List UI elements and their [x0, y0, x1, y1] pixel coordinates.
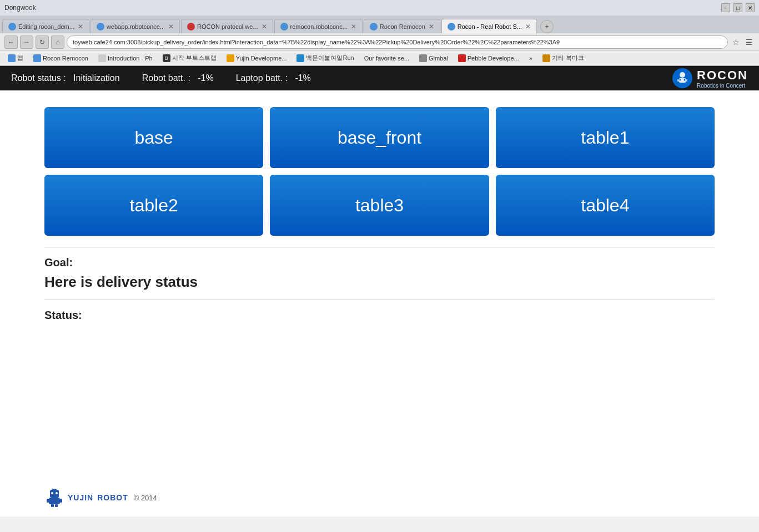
svg-rect-13 — [51, 504, 54, 507]
svg-point-2 — [680, 79, 681, 81]
location-grid: base base_front table1 table2 table3 tab… — [44, 107, 715, 236]
bookmark-favorite[interactable]: Our favorite se... — [361, 52, 413, 64]
bookmark-other[interactable]: 기타 북마크 — [539, 52, 587, 64]
laptop-batt-item: Laptop batt. : -1% — [236, 73, 311, 83]
rocon-bookmark-icon — [33, 54, 41, 62]
delivery-status-text: Here is delivery status — [44, 273, 715, 291]
bookmark-introduction[interactable]: Introduction - Ph — [95, 52, 156, 64]
yujin-logo: YUJIN ROBOT — [44, 488, 128, 508]
tab-icon — [97, 23, 104, 31]
laptop-batt-value: -1% — [295, 73, 310, 83]
bookmark-more[interactable]: » — [526, 52, 536, 64]
robot-status-item: Robot status : Initialization — [11, 73, 120, 83]
tab-icon — [187, 23, 195, 31]
tab-rocon-protocol[interactable]: ROCON protocol we... ✕ — [181, 19, 273, 33]
rocon-logo: ROCON Robotics in Concert — [672, 68, 748, 89]
yujin-bookmark-icon — [227, 54, 234, 62]
location-button-base[interactable]: base — [44, 107, 263, 168]
username-label: Dongwook — [4, 4, 36, 12]
status-label: Status: — [44, 309, 715, 322]
tab-icon — [448, 23, 455, 31]
new-tab-button[interactable]: + — [540, 20, 554, 33]
robot-status-bar: Robot status : Initialization Robot batt… — [0, 66, 759, 90]
svg-rect-10 — [49, 498, 60, 504]
gimbal-bookmark-icon — [419, 54, 427, 62]
robot-batt-item: Robot batt. : -1% — [142, 73, 214, 83]
nav-bar: ← → ↻ ⌂ ☆ ☰ — [0, 33, 759, 51]
tab-close-icon[interactable]: ✕ — [78, 23, 83, 31]
title-bar: Dongwook − □ ✕ — [0, 0, 759, 16]
pebble-bookmark-icon — [458, 54, 466, 62]
bookmark-bootstrap[interactable]: B 시작·부트스트랩 — [159, 52, 220, 64]
svg-rect-7 — [52, 489, 57, 491]
window-controls: − □ ✕ — [721, 3, 755, 12]
location-button-table2[interactable]: table2 — [44, 175, 263, 236]
location-button-base-front[interactable]: base_front — [270, 107, 489, 168]
bookmark-yujin-dev[interactable]: Yujin Developme... — [223, 52, 290, 64]
bookmark-apps[interactable]: 앱 — [4, 52, 27, 64]
bookmark-pebble[interactable]: Pebble Develope... — [455, 52, 522, 64]
svg-rect-12 — [59, 499, 62, 503]
address-bar[interactable] — [67, 36, 728, 49]
laptop-batt-label: Laptop batt. : — [236, 73, 288, 83]
robot-batt-value: -1% — [198, 73, 213, 83]
bakmun-bookmark-icon — [296, 54, 304, 62]
tab-bar: Editing rocon_dem... ✕ webapp.robotconce… — [0, 16, 759, 33]
close-button[interactable]: ✕ — [746, 3, 755, 12]
robot-status-value: Initialization — [73, 73, 120, 83]
yujin-robot-icon — [44, 488, 64, 508]
other-bookmark-icon — [542, 54, 550, 62]
svg-point-8 — [51, 492, 53, 494]
svg-rect-11 — [47, 499, 49, 503]
reload-button[interactable]: ↻ — [36, 36, 49, 49]
forward-button[interactable]: → — [20, 36, 33, 49]
location-button-table4[interactable]: table4 — [496, 175, 715, 236]
rocon-logo-sub: Robotics in Concert — [697, 83, 748, 89]
tab-close-icon[interactable]: ✕ — [525, 23, 531, 31]
robot-status-label: Robot status : — [11, 73, 66, 83]
rocon-logo-text: ROCON — [697, 68, 748, 82]
copyright-text: © 2014 — [134, 494, 157, 502]
home-button[interactable]: ⌂ — [51, 36, 64, 49]
bookmark-bakmun[interactable]: 백문이불여일Run — [293, 52, 357, 64]
divider-1 — [44, 247, 715, 247]
tab-icon — [370, 23, 378, 31]
minimize-button[interactable]: − — [721, 3, 730, 12]
bookmark-gimbal[interactable]: Gimbal — [416, 52, 451, 64]
bookmark-star-icon[interactable]: ☆ — [730, 37, 741, 48]
tab-close-icon[interactable]: ✕ — [262, 23, 267, 31]
tab-close-icon[interactable]: ✕ — [351, 23, 356, 31]
rocon-logo-icon — [672, 68, 692, 88]
back-button[interactable]: ← — [4, 36, 18, 49]
svg-rect-4 — [677, 79, 679, 82]
robot-batt-label: Robot batt. : — [142, 73, 190, 83]
rocon-logo-text-group: ROCON Robotics in Concert — [697, 68, 748, 89]
tab-rocon-remocon[interactable]: Rocon Remocon ✕ — [364, 19, 440, 33]
tab-webapp-robotconce[interactable]: webapp.robotconce... ✕ — [91, 19, 180, 33]
location-button-table1[interactable]: table1 — [496, 107, 715, 168]
tab-icon — [8, 23, 16, 31]
svg-rect-14 — [55, 504, 58, 507]
divider-2 — [44, 300, 715, 300]
tab-rocon-real-robot[interactable]: Rocon - Real Robot S... ✕ — [441, 19, 537, 33]
tab-remocon-robotconc[interactable]: remocon.robotconc... ✕ — [274, 19, 363, 33]
tab-icon — [280, 23, 288, 31]
footer: YUJIN ROBOT © 2014 — [0, 479, 759, 516]
intro-bookmark-icon — [98, 54, 106, 62]
nav-right-icons: ☆ ☰ — [730, 37, 755, 48]
yujin-logo-text: YUJIN ROBOT — [68, 493, 128, 502]
goal-section: Goal: Here is delivery status — [44, 256, 715, 291]
svg-point-3 — [684, 79, 686, 81]
restore-button[interactable]: □ — [733, 3, 742, 12]
location-button-table3[interactable]: table3 — [270, 175, 489, 236]
svg-rect-5 — [686, 79, 687, 82]
tab-editing-rocon[interactable]: Editing rocon_dem... ✕ — [2, 19, 89, 33]
bookmarks-bar: 앱 Rocon Remocon Introduction - Ph B 시작·부… — [0, 51, 759, 65]
settings-icon[interactable]: ☰ — [743, 37, 755, 48]
main-content: base base_front table1 table2 table3 tab… — [0, 90, 759, 479]
bookmark-rocon-remocon[interactable]: Rocon Remocon — [30, 52, 92, 64]
svg-point-9 — [56, 492, 58, 494]
status-section: Status: — [44, 309, 715, 322]
tab-close-icon[interactable]: ✕ — [429, 23, 434, 31]
tab-close-icon[interactable]: ✕ — [168, 23, 174, 31]
